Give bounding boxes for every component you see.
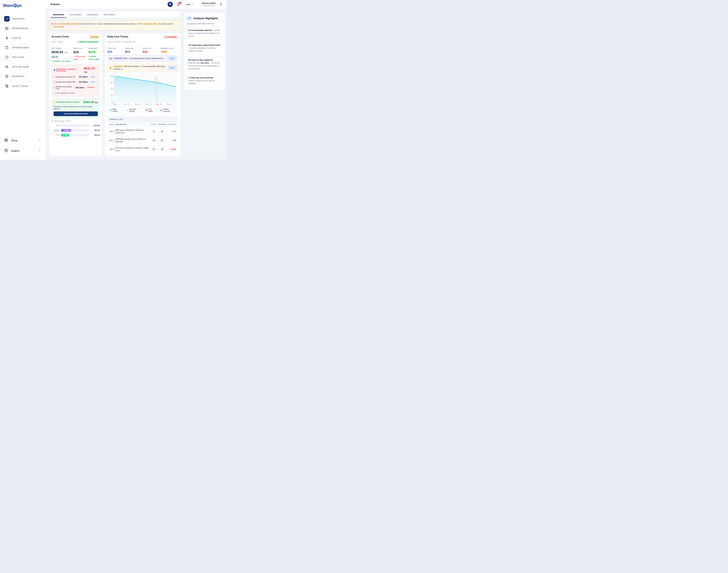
sidebar-item-ops-review[interactable]: OPS REVIEW — [0, 62, 46, 72]
y-tick-label: $5k — [110, 75, 113, 77]
highlight-card-optimization[interactable]: 112 optimization opportunities found. - … — [186, 42, 223, 54]
sidebar-item-operations[interactable]: OPERATIONS — [0, 43, 46, 52]
leak-row: arn:aws:ec2:us-east-1:75... $31.59/mo VI… — [54, 75, 98, 79]
tab-tag-analysis[interactable]: Tag Analysis — [101, 11, 118, 18]
support-label: Support — [11, 149, 39, 152]
notifications-button[interactable]: 9+ — [177, 3, 180, 6]
resource-bar-fill: 28.16% — [61, 134, 69, 137]
sidebar-item-support[interactable]: Support — [0, 146, 46, 156]
x-tick-label: Mar 15 — [156, 103, 162, 105]
mtd-spend-suffix: / est — [64, 51, 68, 54]
sidebar-item-label: OPERATIONS — [12, 46, 29, 49]
account-costs-subtitle: MTD · MAIN — [52, 41, 62, 43]
col-deviation: DEVIATION — [167, 123, 176, 125]
sidebar-nav: INSIGHTS RESOURCES COSTS OPERATIONS — [0, 14, 46, 91]
leak-price: $31.55/mo — [79, 81, 88, 83]
assistant-bot-button[interactable] — [168, 2, 173, 7]
tab-log-analysis[interactable]: Log Analysis — [84, 11, 101, 18]
sidebar-item-label: COSTS — [12, 37, 21, 39]
by-resource-type: BY RESOURCE TYPE EC2 100.00% $184.92 Lig… — [52, 120, 100, 137]
leak-incident-button[interactable]: INCIDENT ↗ — [86, 86, 98, 89]
anomaly-log-row[interactable]: Feb 27 RDS cost on 2026-02-27 was $2.08,… — [107, 127, 178, 136]
resource-amount: $65.93 — [91, 129, 100, 132]
scroll-icon — [4, 83, 10, 89]
anomaly-log-header: DATE DESCRIPTION ACTUAL BASELINE DEVIATI… — [107, 122, 178, 127]
clipboard-icon — [4, 45, 10, 50]
brand-part1: Blaze — [3, 3, 13, 8]
stat-label: MTD SPEND — [52, 48, 73, 49]
log-description: AWS Data Transfer cost on 2026-02-27 was… — [116, 138, 150, 143]
main-area: Enlume — [46, 0, 227, 160]
resource-name: Lightsail — [52, 129, 60, 131]
account-costs-card: Account Costs 10 Leaks MTD · MAIN ↓ $483… — [49, 33, 102, 156]
anomaly-log: ANOMALY LOG DATE DESCRIPTION ACTUAL BASE… — [107, 116, 178, 154]
tab-dashboard[interactable]: Dashboard — [51, 11, 66, 18]
trend-chart: $5k$3k$2k$1k$0 Mar 1Mar 6Mar 11Mar 16Mar… — [107, 74, 178, 114]
resource-name: VPC — [52, 134, 60, 136]
log-date: Feb 27 — [110, 130, 116, 133]
resource-bar-row: VPC 28.16% $52.08 — [52, 134, 100, 137]
y-tick-label: $3k — [110, 82, 113, 84]
resource-bar-track: 35.65% — [61, 129, 90, 132]
sidebar-item-resources[interactable]: RESOURCES — [0, 23, 46, 33]
user-icon — [219, 3, 222, 6]
tab-cost-analysis[interactable]: Cost Analysis — [66, 11, 84, 18]
anomaly-log-row[interactable]: Feb 27 AWS Data Transfer cost on 2026-02… — [107, 136, 178, 145]
setup-label: Setup — [11, 139, 39, 142]
highlight-card-log-issues[interactable]: 1 critical log issues detected. - Addres… — [186, 74, 223, 87]
sidebar-item-label: RESOURCES — [12, 27, 29, 30]
brand-logo[interactable]: Blaze ps — [0, 0, 46, 14]
profile-button[interactable] — [219, 3, 222, 6]
col-description: DESCRIPTION — [116, 123, 150, 125]
sidebar-item-insights[interactable]: INSIGHTS — [0, 14, 46, 23]
seven-day-avg-value: $10 — [107, 50, 125, 53]
sidebar-item-label: OPS REVIEW — [12, 66, 29, 68]
user-menu[interactable]: Enlume Admin Customer Admin — [202, 2, 216, 7]
savings-amount: $483.38 — [83, 101, 94, 104]
legend-baseline-range: Baseline Range — [126, 108, 142, 112]
analysis-highlights-panel: Analysis Highlights Last updated: 26/03/… — [184, 13, 225, 90]
clipboard-check-icon — [4, 74, 10, 79]
daily-trends-title: Daily Cost Trends — [107, 35, 128, 38]
alert-baseline: +0.51% above baseline — [136, 23, 157, 25]
leak-view-button[interactable]: VIEW ↗ — [89, 81, 98, 84]
account-costs-title: Account Costs — [52, 35, 69, 38]
col-baseline: BASELINE — [158, 123, 167, 125]
search-code-icon — [4, 64, 10, 70]
resource-leakage-panel: RESOURCE LEAKAGE DETECTED $222.14 /mo ar… — [52, 65, 100, 96]
legend-dot-icon — [110, 109, 111, 111]
server-icon — [4, 25, 10, 31]
savings-title: SAVINGS OPPORTUNITIES — [56, 101, 79, 103]
leakage-amount: $222.14 — [84, 67, 95, 70]
sidebar-item-label: INSIGHTS — [12, 18, 25, 20]
sidebar-item-label: AUDIT LOGS — [12, 85, 28, 87]
bar-chart-icon — [109, 57, 112, 60]
log-baseline: $2 — [158, 131, 167, 133]
highlight-card-anomalies[interactable]: 61 cost anomalies detected. - Review rec… — [186, 27, 223, 40]
sidebar-item-setup[interactable]: Setup — [0, 135, 46, 146]
sidebar-item-audit-logs[interactable]: AUDIT LOGS — [0, 81, 46, 91]
sidebar-item-policies[interactable]: POLICIES — [0, 52, 46, 62]
anomalies-badge: 31 Anomalies — [164, 35, 178, 39]
anomaly-log-row[interactable]: Feb 27 ECS cost on 2026-02-27 was $2.37,… — [107, 145, 178, 154]
account-stats: MTD SPEND $530.62 / est $378 ▼ 94.09% vs… — [49, 46, 102, 64]
highlight-card-tag-compliance[interactable]: 0% resource tag compliance. Required tag… — [186, 56, 223, 72]
leak-arn: arn:aws:ec2:us-west-2:33... — [55, 86, 75, 90]
highlights-title: Analysis Highlights — [193, 17, 218, 20]
sidebar-item-reports[interactable]: REPORTS — [0, 72, 46, 81]
trend-alert-view-button[interactable]: View — [168, 56, 176, 60]
trend-plot[interactable] — [114, 76, 176, 102]
workspace-dropdown[interactable]: main — [186, 3, 194, 6]
leak-view-button[interactable]: VIEW ↗ — [89, 75, 98, 79]
savings-per: /mo — [95, 102, 98, 104]
leak-row: arn:aws:ec2:us-west-2:33... $28.35/mo IN… — [54, 86, 98, 90]
col-date: DATE — [110, 123, 116, 125]
bullet-icon — [54, 76, 54, 77]
gear-settings-icon — [4, 138, 8, 143]
page-title: Enlume — [51, 3, 60, 6]
sidebar-item-costs[interactable]: COSTS — [0, 33, 46, 43]
trend-alert-view-button[interactable]: View — [168, 66, 176, 70]
view-recommendations-button[interactable]: VIEW RECOMMENDATIONS — [54, 111, 98, 116]
forecast-value: $378 — [89, 50, 100, 54]
alert-body: in the last 24 hours · Amazon Relational… — [79, 23, 136, 25]
